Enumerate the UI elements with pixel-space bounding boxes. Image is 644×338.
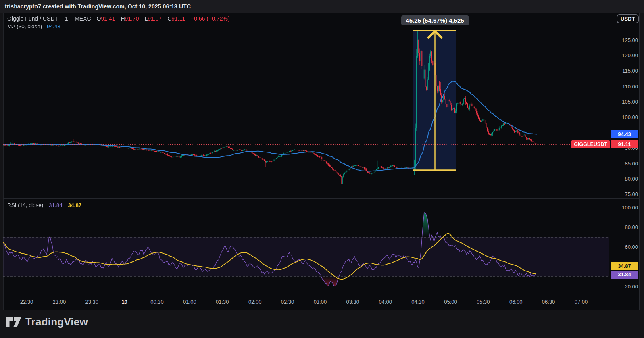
footer: TradingView (0, 310, 644, 338)
time-axis-label: 04:30 (411, 299, 425, 305)
measure-tool-label[interactable]: 45.25 (54.67%) 4,525 (401, 15, 469, 25)
close-value: 91.11 (171, 15, 185, 22)
low-value: 91.07 (148, 15, 162, 22)
price-tick-label: 100.00 (622, 114, 638, 120)
price-tick-label: 125.00 (622, 37, 638, 43)
ma-price-badge: 94.43 (611, 130, 638, 138)
rsi-label[interactable]: RSI (14, close) (7, 202, 43, 208)
time-axis-label: 03:00 (314, 299, 327, 305)
symbol-title[interactable]: Giggle Fund / USDT (7, 15, 58, 22)
price-tick-label: 115.00 (622, 68, 638, 74)
open-value: 91.41 (101, 15, 115, 22)
rsi-tick-label: 60.00 (625, 244, 638, 250)
rsi-indicator-canvas[interactable] (3, 198, 609, 293)
ma-label[interactable]: MA (30, close) (7, 23, 42, 29)
exchange-label: MEXC (75, 15, 91, 22)
rsi-ma-badge: 34.87 (611, 262, 638, 270)
time-axis-label: 01:30 (216, 299, 229, 305)
price-tick-label: 110.00 (622, 83, 638, 89)
rsi-tick-label: 80.00 (625, 224, 638, 230)
high-label: H (121, 15, 125, 22)
rsi-value-badge: 31.84 (611, 271, 638, 279)
rsi-tick-label: 100.00 (622, 204, 638, 211)
symbol-price-badge: GIGGLEUSDT (571, 140, 610, 148)
rsi-tick-label: 20.00 (625, 284, 638, 290)
time-axis-label: 06:30 (542, 299, 555, 305)
price-tick-label: 105.00 (622, 98, 638, 104)
currency-toggle-button[interactable]: USDT (617, 14, 639, 23)
open-label: O (97, 15, 101, 22)
price-tick-label: 80.00 (625, 175, 638, 182)
time-axis-label: 22:30 (20, 299, 33, 305)
tradingview-chart-page: trishacrypto7 created with TradingView.c… (0, 0, 644, 338)
time-axis-label: 03:30 (346, 299, 360, 305)
time-axis-label: 05:00 (444, 299, 457, 305)
price-tick-label: 120.00 (622, 52, 638, 58)
time-axis-label: 00:30 (150, 299, 164, 305)
change-value: −0.66 (−0.72%) (191, 15, 230, 22)
price-tick-label: 75.00 (625, 191, 638, 197)
close-label: C (167, 15, 171, 22)
time-axis-label: 10 (121, 299, 127, 305)
pane-separator[interactable] (3, 198, 640, 199)
ma-indicator-legend[interactable]: MA (30, close) 94.43 (7, 23, 60, 29)
time-axis-separator (3, 293, 640, 293)
price-tick-label: 85.00 (625, 160, 638, 166)
interval-label: 1 (65, 15, 68, 22)
tradingview-logo-text: TradingView (25, 316, 88, 328)
attribution-text: trishacrypto7 created with TradingView.c… (5, 0, 191, 13)
time-axis-label: 04:00 (379, 299, 392, 305)
high-value: 91.70 (125, 15, 139, 22)
legend-separator: · (60, 15, 63, 22)
rsi-indicator-legend[interactable]: RSI (14, close) 31.84 34.87 (7, 202, 81, 208)
attribution-bar: trishacrypto7 created with TradingView.c… (0, 0, 644, 13)
ma-value: 94.43 (47, 23, 60, 29)
rsi-ma-value: 34.87 (68, 202, 82, 208)
time-axis-label: 01:00 (183, 299, 196, 305)
tradingview-logo[interactable]: TradingView (6, 316, 88, 328)
last-price-badge: 91.11 (611, 140, 638, 148)
legend-separator: · (71, 15, 73, 22)
time-axis-label: 06:00 (509, 299, 523, 305)
time-axis-label: 23:30 (85, 299, 98, 305)
symbol-legend[interactable]: Giggle Fund / USDT·1·MEXC O91.41 H91.70 … (7, 15, 230, 22)
main-price-chart-canvas[interactable] (3, 13, 609, 198)
time-axis-label: 05:30 (477, 299, 490, 305)
tradingview-logo-icon (6, 316, 22, 328)
time-axis-label: 23:00 (53, 299, 66, 305)
time-axis-label: 02:00 (248, 299, 262, 305)
time-axis-label: 07:00 (575, 299, 588, 305)
rsi-value: 31.84 (49, 202, 63, 208)
time-axis-label: 02:30 (281, 299, 294, 305)
